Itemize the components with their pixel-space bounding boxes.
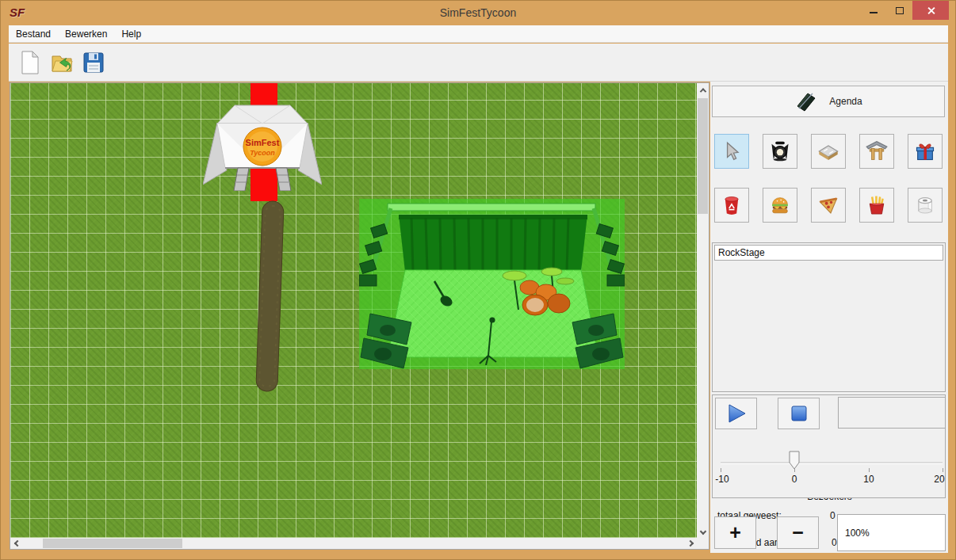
stage-info-group: Nu aan het Optreden: Bezoekers totaal ge… xyxy=(712,242,946,392)
simulation-controls-group: -10 0 10 20 xyxy=(712,394,946,498)
speed-slider-thumb[interactable] xyxy=(789,451,800,470)
dirt-path[interactable] xyxy=(248,198,304,394)
tool-spotlight[interactable] xyxy=(763,134,797,169)
open-file-icon xyxy=(50,51,74,74)
tool-road-tile[interactable] xyxy=(811,134,846,169)
tool-gift-shop[interactable] xyxy=(908,134,943,169)
new-file-button[interactable] xyxy=(17,48,44,77)
pizza-icon xyxy=(817,194,839,216)
scroll-up-button[interactable] xyxy=(697,83,709,97)
recycle-bin-icon xyxy=(721,194,743,216)
window-title: SimFestTycoon xyxy=(1,6,955,19)
tool-entrance-gate[interactable] xyxy=(859,134,894,169)
scroll-right-button[interactable] xyxy=(683,538,697,549)
gift-box-icon xyxy=(914,140,936,162)
cursor-icon xyxy=(721,141,742,162)
road-tile-icon xyxy=(817,140,839,162)
tent-logo-line2: Tycoon xyxy=(250,149,275,157)
new-file-icon xyxy=(19,50,41,75)
tick-mark xyxy=(943,468,943,472)
tool-trash-bin[interactable] xyxy=(714,188,749,223)
zoom-in-button[interactable]: + xyxy=(714,516,756,549)
scroll-down-button[interactable] xyxy=(697,524,709,538)
save-icon xyxy=(82,51,105,74)
chevron-up-icon xyxy=(699,88,706,94)
tool-fries-stand[interactable] xyxy=(859,188,894,223)
fries-icon xyxy=(866,194,888,216)
close-button[interactable] xyxy=(912,1,949,20)
tick-mark xyxy=(794,468,795,472)
chevron-right-icon xyxy=(686,540,693,547)
canvas-frame: SimFest Tycoon xyxy=(10,82,709,550)
tool-pizza-stand[interactable] xyxy=(811,188,846,223)
menu-bar: Bestand Bewerken Help xyxy=(9,25,948,43)
minimize-button[interactable] xyxy=(860,1,886,20)
agenda-label: Agenda xyxy=(829,96,862,107)
menu-bewerken[interactable]: Bewerken xyxy=(58,25,114,42)
toilet-paper-icon xyxy=(914,194,936,216)
menu-help[interactable]: Help xyxy=(114,25,148,42)
chevron-left-icon xyxy=(13,540,20,547)
tick-mark xyxy=(721,468,721,472)
total-visitors-value: 0 xyxy=(830,510,836,521)
open-file-button[interactable] xyxy=(48,48,75,77)
agenda-button[interactable]: Agenda xyxy=(712,86,945,117)
stop-icon xyxy=(790,404,809,423)
tent-leg-right xyxy=(276,168,291,191)
spotlight-icon xyxy=(769,140,791,162)
burger-icon xyxy=(769,194,791,216)
status-box xyxy=(838,397,946,429)
minimize-icon xyxy=(870,12,878,13)
menu-bestand[interactable]: Bestand xyxy=(9,25,58,42)
tool-toilet[interactable] xyxy=(908,188,943,223)
vertical-scrollbar[interactable] xyxy=(697,83,709,538)
tool-select-cursor[interactable] xyxy=(714,134,749,169)
tent-logo-line1: SimFest xyxy=(246,138,280,147)
stage-preview[interactable] xyxy=(359,199,625,369)
entrance-gate-icon xyxy=(866,140,888,162)
chevron-down-icon xyxy=(699,528,706,534)
scrollbar-corner xyxy=(697,538,709,549)
maximize-icon xyxy=(896,7,904,14)
tick-label-max: 20 xyxy=(934,474,944,485)
app-window: SF SimFestTycoon Bestand Bewerken Help xyxy=(0,0,956,560)
tick-label-zero: 0 xyxy=(792,474,797,485)
play-button[interactable] xyxy=(715,398,757,429)
title-bar[interactable]: SF SimFestTycoon xyxy=(1,1,955,25)
side-panel: Agenda xyxy=(710,82,948,553)
stop-button[interactable] xyxy=(778,398,820,429)
toolbar xyxy=(9,44,948,82)
play-icon xyxy=(725,402,748,425)
horizontal-scrollbar[interactable] xyxy=(10,538,697,549)
entrance-tent[interactable]: SimFest Tycoon xyxy=(203,102,322,191)
tick-label-ten: 10 xyxy=(863,474,874,485)
tick-mark xyxy=(869,468,870,472)
zoom-out-button[interactable]: − xyxy=(777,516,819,549)
festival-map-canvas[interactable]: SimFest Tycoon xyxy=(10,83,697,538)
vertical-scroll-thumb[interactable] xyxy=(698,98,708,214)
speed-slider-track[interactable] xyxy=(721,462,943,464)
scroll-left-button[interactable] xyxy=(10,538,24,549)
close-icon xyxy=(927,6,935,15)
tool-burger-stand[interactable] xyxy=(763,188,797,223)
tent-leg-left xyxy=(234,168,249,191)
horizontal-scroll-thumb[interactable] xyxy=(43,539,182,548)
save-button[interactable] xyxy=(80,48,107,77)
maximize-button[interactable] xyxy=(886,1,912,20)
stage-name-input[interactable] xyxy=(714,245,943,261)
agenda-book-icon xyxy=(794,91,818,112)
tick-label-min: -10 xyxy=(715,474,728,485)
zoom-level-field[interactable] xyxy=(837,514,946,551)
